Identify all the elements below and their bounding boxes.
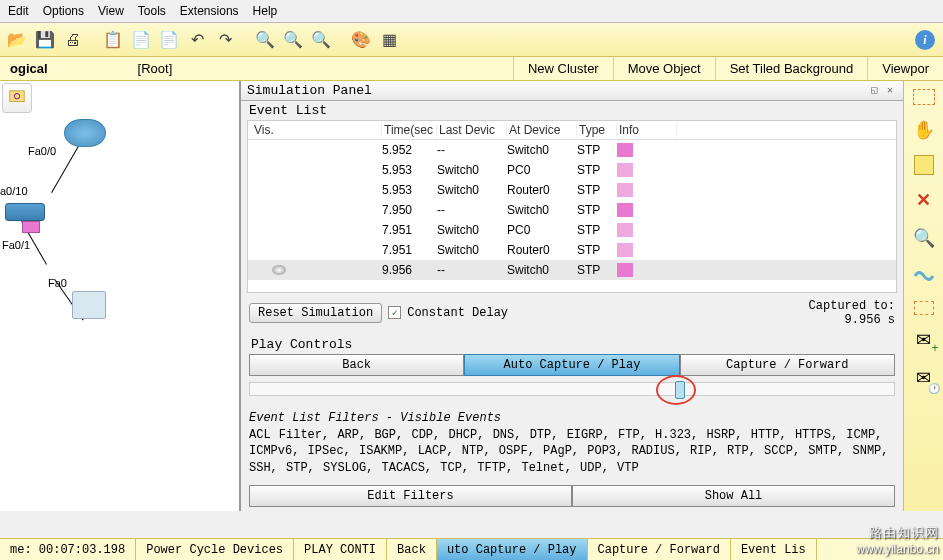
col-vis[interactable]: Vis. [252, 123, 382, 137]
table-row[interactable]: 7.951Switch0Router0STP [248, 240, 896, 260]
menu-help[interactable]: Help [253, 4, 278, 18]
save-icon[interactable]: 💾 [34, 29, 56, 51]
cell-type: STP [577, 143, 617, 157]
table-row[interactable]: 5.952--Switch0STP [248, 140, 896, 160]
cell-at: PC0 [507, 163, 577, 177]
zoom-reset-icon[interactable]: 🔍 [282, 29, 304, 51]
col-info[interactable]: Info [617, 123, 677, 137]
table-row[interactable]: 9.956--Switch0STP [248, 260, 896, 280]
switch-node[interactable] [5, 203, 45, 221]
cell-last: -- [437, 203, 507, 217]
menu-view[interactable]: View [98, 4, 124, 18]
constant-delay-checkbox[interactable]: ✓ [388, 306, 401, 319]
set-tiled-bg-button[interactable]: Set Tiled Background [715, 57, 868, 80]
palette-icon[interactable]: 🎨 [350, 29, 372, 51]
info-swatch[interactable] [617, 143, 633, 157]
select-marquee-icon[interactable] [913, 89, 935, 105]
topology-canvas[interactable]: Fa0/0 a0/10 Fa0/1 Fa0 [0, 81, 240, 511]
menu-tools[interactable]: Tools [138, 4, 166, 18]
status-time: me: 00:07:03.198 [0, 539, 136, 560]
menu-bar: Edit Options View Tools Extensions Help [0, 0, 943, 23]
show-all-button[interactable]: Show All [572, 485, 895, 507]
col-type[interactable]: Type [577, 123, 617, 137]
watermark-line1: 路由知识网 [856, 524, 939, 542]
logical-tab[interactable]: ogical [0, 61, 58, 76]
event-list-header: Vis. Time(sec Last Devic At Device Type … [248, 121, 896, 140]
table-row[interactable]: 5.953Switch0Router0STP [248, 180, 896, 200]
viewport-button[interactable]: Viewpor [867, 57, 943, 80]
capture-forward-button[interactable]: Capture / Forward [680, 354, 895, 376]
move-object-button[interactable]: Move Object [613, 57, 715, 80]
col-time[interactable]: Time(sec [382, 123, 437, 137]
cell-time: 7.951 [382, 243, 437, 257]
shape-icon[interactable] [911, 263, 937, 289]
captured-to-label: Captured to: [809, 299, 895, 313]
cell-time: 7.950 [382, 203, 437, 217]
port-label-fa0: Fa0 [48, 277, 67, 289]
delete-x-icon[interactable]: ✕ [911, 187, 937, 213]
main-toolbar: 📂 💾 🖨 📋 📄 📄 ↶ ↷ 🔍 🔍 🔍 🎨 ▦ i [0, 23, 943, 57]
info-icon[interactable]: i [915, 30, 935, 50]
status-power-cycle[interactable]: Power Cycle Devices [136, 539, 294, 560]
paste-icon[interactable]: 📄 [158, 29, 180, 51]
info-swatch[interactable] [617, 223, 633, 237]
close-icon[interactable]: ✕ [883, 84, 897, 98]
reset-simulation-button[interactable]: Reset Simulation [249, 303, 382, 323]
info-swatch[interactable] [617, 263, 633, 277]
resize-icon[interactable] [914, 301, 934, 315]
table-row[interactable]: 5.953Switch0PC0STP [248, 160, 896, 180]
dock-icon[interactable]: ◱ [867, 84, 881, 98]
col-last[interactable]: Last Devic [437, 123, 507, 137]
menu-edit[interactable]: Edit [8, 4, 29, 18]
info-swatch[interactable] [617, 203, 633, 217]
new-cluster-button[interactable]: New Cluster [513, 57, 613, 80]
info-swatch[interactable] [617, 243, 633, 257]
copy-icon[interactable]: 📋 [102, 29, 124, 51]
status-capture-forward[interactable]: Capture / Forward [588, 539, 731, 560]
navigator-tool[interactable] [2, 83, 32, 113]
edit-filters-button[interactable]: Edit Filters [249, 485, 572, 507]
cell-type: STP [577, 243, 617, 257]
port-label-fa00: Fa0/0 [28, 145, 56, 157]
pdu-envelope-icon[interactable] [22, 221, 40, 233]
status-event-list[interactable]: Event Lis [731, 539, 817, 560]
redo-icon[interactable]: ↷ [214, 29, 236, 51]
table-row[interactable]: 7.951Switch0PC0STP [248, 220, 896, 240]
status-back[interactable]: Back [387, 539, 437, 560]
magnify-icon[interactable]: 🔍 [911, 225, 937, 251]
col-at[interactable]: At Device [507, 123, 577, 137]
cell-time: 7.951 [382, 223, 437, 237]
speed-slider[interactable] [249, 382, 895, 396]
zoom-out-icon[interactable]: 🔍 [310, 29, 332, 51]
cell-at: Router0 [507, 183, 577, 197]
cell-time: 9.956 [382, 263, 437, 277]
cell-type: STP [577, 223, 617, 237]
cell-at: Switch0 [507, 203, 577, 217]
envelope-clock-icon[interactable]: ✉🕐 [911, 365, 937, 391]
pc-node[interactable] [72, 291, 106, 319]
menu-extensions[interactable]: Extensions [180, 4, 239, 18]
table-row[interactable]: 7.950--Switch0STP [248, 200, 896, 220]
event-filters-title: Event List Filters - Visible Events [249, 410, 895, 427]
root-breadcrumb[interactable]: [Root] [138, 61, 173, 76]
menu-options[interactable]: Options [43, 4, 84, 18]
cell-at: Switch0 [507, 263, 577, 277]
info-swatch[interactable] [617, 183, 633, 197]
back-button[interactable]: Back [249, 354, 464, 376]
print-icon[interactable]: 🖨 [62, 29, 84, 51]
zoom-in-icon[interactable]: 🔍 [254, 29, 276, 51]
device-icon[interactable]: ▦ [378, 29, 400, 51]
hand-icon[interactable]: ✋ [911, 117, 937, 143]
cell-time: 5.953 [382, 183, 437, 197]
cell-at: Switch0 [507, 143, 577, 157]
auto-capture-play-button[interactable]: Auto Capture / Play [464, 354, 679, 376]
open-folder-icon[interactable]: 📂 [6, 29, 28, 51]
note-icon[interactable] [914, 155, 934, 175]
info-swatch[interactable] [617, 163, 633, 177]
paste-icon[interactable]: 📄 [130, 29, 152, 51]
status-auto-capture[interactable]: uto Capture / Play [437, 539, 588, 560]
envelope-plus-icon[interactable]: ✉+ [911, 327, 937, 353]
cell-last: Switch0 [437, 163, 507, 177]
undo-icon[interactable]: ↶ [186, 29, 208, 51]
router-node[interactable] [64, 119, 106, 147]
